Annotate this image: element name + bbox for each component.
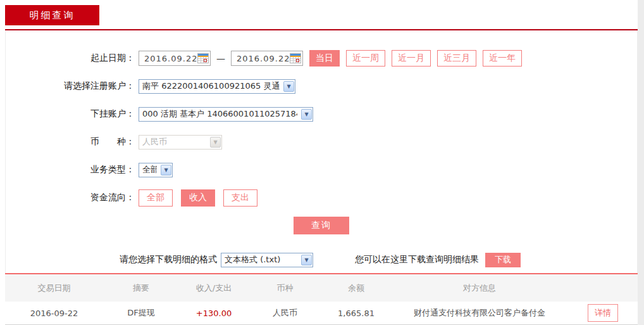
detail-button[interactable]: 详情 <box>588 304 618 322</box>
sub-account-row: 下挂账户： 000 活期 基本户 1406600101102571848 ▼ <box>6 105 637 123</box>
download-row: 请您选择下载明细的格式 文本格式 (.txt) ▼ 您可以在这里下载查询明细结果… <box>6 252 637 267</box>
query-button-row: 查询 <box>6 217 637 234</box>
business-type-label: 业务类型： <box>6 164 139 175</box>
date-range-separator: — <box>216 53 225 63</box>
register-account-label: 请选择注册账户： <box>6 80 139 92</box>
download-hint: 您可以在这里下载查询明细结果 <box>355 254 479 265</box>
page-right-margin <box>638 0 644 325</box>
cell-date: 2016-09-22 <box>5 309 103 318</box>
main-container: 明细查询 起止日期： 2016.09.22 <box>5 0 638 325</box>
sub-account-value: 000 活期 基本户 1406600101102571848 <box>142 108 297 120</box>
currency-value: 人民币 <box>142 136 206 148</box>
chevron-down-icon: ▼ <box>161 165 171 175</box>
header-currency: 币种 <box>249 283 321 294</box>
register-account-value: 南平 6222001406100921065 灵通卡 <box>142 80 280 92</box>
cell-currency: 人民币 <box>249 307 321 319</box>
header-counterparty: 对方信息 <box>391 283 568 294</box>
start-date-value: 2016.09.22 <box>144 54 197 63</box>
end-date-value: 2016.09.22 <box>237 54 290 63</box>
quick-range-year-button[interactable]: 近一年 <box>483 50 522 67</box>
chevron-down-icon: ▼ <box>301 255 312 265</box>
fund-flow-row: 资金流向： 全部 收入 支出 <box>6 189 637 207</box>
download-button[interactable]: 下载 <box>485 253 521 267</box>
calendar-icon[interactable] <box>197 53 209 63</box>
date-range-label: 起止日期： <box>6 53 139 64</box>
start-date-input[interactable]: 2016.09.22 <box>139 51 211 66</box>
chevron-down-icon: ▼ <box>301 109 312 120</box>
cell-summary: DF提现 <box>103 307 179 319</box>
fund-flow-all-button[interactable]: 全部 <box>139 189 173 207</box>
cell-counterparty: 财付通支付科技有限公司客户备付金 <box>391 307 568 319</box>
table-row: 2016-09-22 DF提现 +130.00 人民币 1,665.81 财付通… <box>5 302 638 325</box>
date-range-row: 起止日期： 2016.09.22 — <box>6 49 637 67</box>
business-type-select[interactable]: 全部 ▼ <box>139 163 173 177</box>
fund-flow-expense-button[interactable]: 支出 <box>223 189 257 207</box>
sub-account-label: 下挂账户： <box>6 108 139 120</box>
tab-detail-query[interactable]: 明细查询 <box>5 5 99 25</box>
fund-flow-label: 资金流向： <box>6 192 139 203</box>
download-format-label: 请您选择下载明细的格式 <box>6 254 221 265</box>
header-summary: 摘要 <box>103 283 179 294</box>
calendar-icon[interactable] <box>290 53 301 63</box>
cell-action: 详情 <box>568 304 638 322</box>
cell-balance: 1,665.81 <box>321 309 391 318</box>
cell-amount: +130.00 <box>179 309 249 318</box>
quick-range-week-button[interactable]: 近一周 <box>346 50 385 67</box>
fund-flow-income-button[interactable]: 收入 <box>181 189 215 207</box>
business-type-value: 全部 <box>142 164 157 175</box>
quick-range-month-button[interactable]: 近一月 <box>392 50 431 67</box>
currency-select: 人民币 ▼ <box>139 135 222 150</box>
download-format-value: 文本格式 (.txt) <box>225 254 297 265</box>
tab-bar: 明细查询 <box>5 5 638 30</box>
chevron-down-icon: ▼ <box>283 81 294 92</box>
download-format-select[interactable]: 文本格式 (.txt) ▼ <box>221 253 313 267</box>
currency-row: 币 种： 人民币 ▼ <box>6 133 637 151</box>
header-amount: 收入/支出 <box>179 283 249 294</box>
query-form: 起止日期： 2016.09.22 — <box>5 30 638 273</box>
currency-label: 币 种： <box>6 136 139 148</box>
chevron-down-icon: ▼ <box>210 137 221 148</box>
quick-range-quarter-button[interactable]: 近三月 <box>437 50 476 67</box>
end-date-input[interactable]: 2016.09.22 <box>231 51 303 66</box>
business-type-row: 业务类型： 全部 ▼ <box>6 161 637 179</box>
register-account-row: 请选择注册账户： 南平 6222001406100921065 灵通卡 ▼ <box>6 77 637 95</box>
quick-range-today-button[interactable]: 当日 <box>309 50 340 67</box>
header-balance: 余额 <box>321 283 391 294</box>
register-account-select[interactable]: 南平 6222001406100921065 灵通卡 ▼ <box>139 79 295 94</box>
header-date: 交易日期 <box>5 283 103 294</box>
table-header-row: 交易日期 摘要 收入/支出 币种 余额 对方信息 <box>5 274 638 302</box>
sub-account-select[interactable]: 000 活期 基本户 1406600101102571848 ▼ <box>139 107 313 122</box>
query-button[interactable]: 查询 <box>294 217 349 234</box>
